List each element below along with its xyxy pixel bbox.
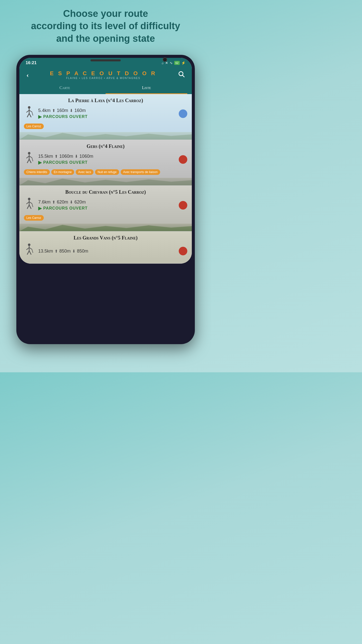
route-2-stats-row: 15.5km ⬆ 1060m ⬇ 1060m ▶ Parcours ouvert	[24, 152, 187, 167]
route-4-stats: 13.5km ⬆ 850m ⬇ 850m	[38, 249, 173, 254]
route-4-stats-row: 13.5km ⬆ 850m ⬇ 850m	[24, 243, 187, 259]
descent-arrow-4: ⬇	[72, 249, 75, 254]
svg-line-28	[29, 251, 31, 255]
ascent-arrow-3: ⬆	[52, 200, 55, 205]
svg-line-21	[29, 205, 31, 209]
difficulty-dot-3	[179, 201, 187, 210]
route-2-stats-line: 15.5km ⬆ 1060m ⬇ 1060m	[38, 154, 173, 159]
svg-line-6	[27, 113, 29, 117]
route-card[interactable]: Gers (n°4 Flaine)	[19, 140, 192, 186]
header-row: ‹ E S P A C E O U T D O O R FLAINE • LES…	[24, 69, 187, 82]
route-card[interactable]: Boucle du Chevran (n°5 Les Carroz)	[19, 186, 192, 231]
svg-line-14	[29, 159, 31, 163]
app-title: E S P A C E O U T D O O R	[31, 70, 175, 77]
route-1-content: La Pierre à Laya (n°4 Les Carroz)	[19, 94, 192, 132]
tabs-row: Carte Liste	[24, 82, 187, 94]
route-2-status: ▶ Parcours ouvert	[38, 160, 173, 165]
ascent-arrow-1: ⬆	[52, 108, 55, 113]
svg-line-12	[29, 156, 32, 158]
descent-arrow-1: ⬇	[70, 108, 73, 113]
svg-line-29	[32, 249, 33, 253]
svg-line-11	[26, 156, 29, 158]
ascent-2: 1060m	[59, 154, 73, 159]
svg-line-27	[27, 251, 29, 255]
route-1-title: La Pierre à Laya (n°4 Les Carroz)	[24, 98, 187, 103]
route-3-status: ▶ Parcours ouvert	[38, 206, 173, 211]
distance-3: 7.6km	[38, 199, 51, 205]
hiker-icon-4	[24, 243, 35, 259]
tab-liste[interactable]: Liste	[106, 82, 187, 94]
route-1-stats-line: 5.4km ⬆ 160m ⬇ 160m	[38, 108, 173, 113]
descent-2: 1060m	[79, 154, 93, 159]
descent-3: 620m	[74, 199, 86, 205]
difficulty-dot-4	[179, 247, 187, 255]
routes-list: La Pierre à Laya (n°4 Les Carroz)	[19, 94, 192, 264]
route-1-stats: 5.4km ⬆ 160m ⬇ 160m ▶ Parcours ouvert	[38, 108, 173, 119]
svg-line-22	[32, 204, 33, 207]
ascent-1: 160m	[57, 108, 68, 113]
ascent-arrow-4: ⬆	[55, 249, 58, 254]
app-subtitle: FLAINE • LES CARROZ • ARVE & MONTAGNES	[31, 77, 175, 79]
hiker-icon	[24, 106, 35, 122]
back-button[interactable]: ‹	[24, 70, 31, 80]
svg-line-8	[32, 112, 33, 115]
route-2-tags: Chiens interdits En montagne Avec lacs N…	[24, 169, 187, 175]
route-2-title: Gers (n°4 Flaine)	[24, 143, 187, 149]
route-2-stats: 15.5km ⬆ 1060m ⬇ 1060m ▶ Parcours ouvert	[38, 154, 173, 165]
svg-line-4	[26, 110, 29, 112]
svg-line-19	[29, 202, 32, 204]
svg-line-5	[29, 110, 32, 112]
distance-4: 13.5km	[38, 249, 53, 254]
difficulty-dot-2	[179, 155, 187, 164]
play-icon-3: ▶	[38, 206, 42, 211]
svg-line-20	[27, 205, 29, 209]
tag: Les Carroz	[24, 215, 44, 221]
route-4-stats-line: 13.5km ⬆ 850m ⬇ 850m	[38, 249, 173, 254]
route-card[interactable]: La Pierre à Laya (n°4 Les Carroz)	[19, 94, 192, 140]
route-card[interactable]: Les Grands Vans (n°5 Flaine)	[19, 231, 192, 264]
app-title-block: E S P A C E O U T D O O R FLAINE • LES C…	[31, 70, 175, 79]
phone-shell: 16:21 ⌕ ✕ ∿ 62 ⚡ ‹ E S P A C E O U T D O…	[16, 55, 195, 344]
headline-line2: according to its level of difficulty	[31, 21, 180, 31]
svg-line-7	[29, 113, 31, 117]
descent-1: 160m	[74, 108, 86, 113]
ascent-4: 850m	[59, 249, 71, 254]
svg-line-15	[32, 158, 33, 161]
route-4-content: Les Grands Vans (n°5 Flaine)	[19, 231, 192, 263]
tag: En montagne	[51, 169, 74, 175]
route-1-stats-row: 5.4km ⬆ 160m ⬇ 160m ▶ Parcours ouvert	[24, 106, 187, 122]
svg-point-23	[28, 244, 30, 246]
svg-line-1	[183, 75, 184, 77]
route-3-stats: 7.6km ⬆ 620m ⬇ 620m ▶ Parcours ouvert	[38, 199, 173, 211]
phone-screen: 16:21 ⌕ ✕ ∿ 62 ⚡ ‹ E S P A C E O U T D O…	[19, 58, 192, 264]
tab-carte[interactable]: Carte	[24, 82, 106, 94]
headline-line1: Choose your route	[63, 8, 148, 19]
status-time: 16:21	[26, 60, 36, 65]
app-header: ‹ E S P A C E O U T D O O R FLAINE • LES…	[19, 67, 192, 94]
difficulty-dot-1	[179, 109, 187, 118]
route-4-title: Les Grands Vans (n°5 Flaine)	[24, 235, 187, 241]
tag: Nuit en refuge	[95, 169, 119, 175]
ascent-3: 620m	[57, 199, 68, 205]
route-3-tags: Les Carroz	[24, 215, 187, 221]
descent-arrow-2: ⬇	[75, 154, 78, 159]
hiker-icon-2	[24, 152, 35, 167]
svg-point-2	[28, 106, 30, 109]
svg-point-16	[28, 198, 30, 200]
distance-1: 5.4km	[38, 108, 51, 113]
hiker-icon-3	[24, 197, 35, 213]
route-3-stats-line: 7.6km ⬆ 620m ⬇ 620m	[38, 199, 173, 205]
bluetooth-icon: ⌕	[162, 61, 164, 65]
svg-line-26	[29, 248, 32, 249]
route-2-content: Gers (n°4 Flaine)	[19, 140, 192, 178]
descent-arrow-3: ⬇	[70, 200, 73, 205]
distance-2: 15.5km	[38, 154, 53, 159]
svg-line-13	[27, 159, 29, 163]
tag: Avec transports de liaison	[121, 169, 160, 175]
ascent-arrow-2: ⬆	[55, 154, 58, 159]
play-icon-1: ▶	[38, 114, 42, 119]
route-3-stats-row: 7.6km ⬆ 620m ⬇ 620m ▶ Parcours ouvert	[24, 197, 187, 213]
route-3-content: Boucle du Chevran (n°5 Les Carroz)	[19, 186, 192, 224]
search-button[interactable]	[175, 69, 187, 80]
descent-4: 850m	[77, 249, 88, 254]
